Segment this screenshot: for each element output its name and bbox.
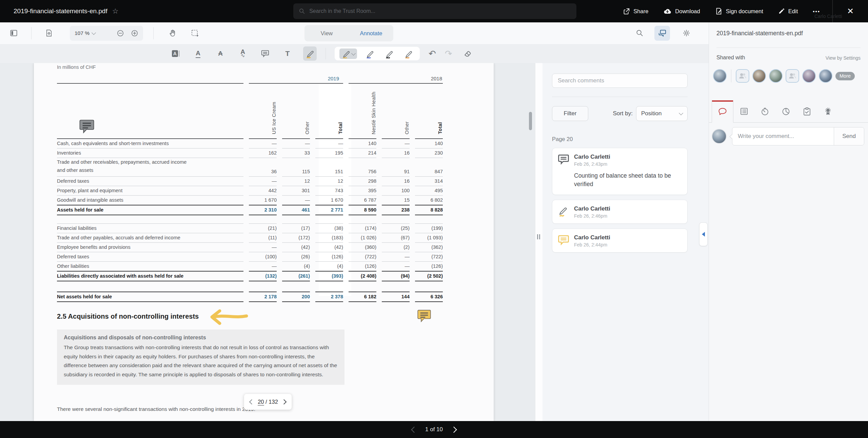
comment-search-box[interactable] xyxy=(552,74,688,88)
freehand-pen-tool[interactable] xyxy=(303,46,317,61)
redo-button: ↷ xyxy=(445,48,452,59)
total-pages: 132 xyxy=(269,399,278,405)
sort-by-label: Sort by: xyxy=(604,106,633,121)
sort-select[interactable]: Position xyxy=(636,106,688,121)
table-units-label: In millions of CHF xyxy=(57,64,96,70)
tab-statistics[interactable] xyxy=(775,100,796,122)
tab-history[interactable] xyxy=(754,100,775,122)
note-gray-icon xyxy=(558,154,569,167)
viewer-toolbar: 107 % View Annotate xyxy=(0,22,709,44)
trust-room-search-input[interactable] xyxy=(309,8,571,15)
table-row: Net assets held for sale2 1782002 3786 1… xyxy=(57,292,443,302)
zoom-out-button[interactable] xyxy=(117,29,124,37)
shared-user-avatar[interactable] xyxy=(713,69,727,83)
next-document-chevron-icon[interactable] xyxy=(451,426,457,433)
strikethrough-text-tool[interactable]: A xyxy=(214,46,227,61)
zoom-dropdown-chevron-icon[interactable] xyxy=(92,31,96,35)
trust-room-search[interactable] xyxy=(293,3,576,19)
filter-button[interactable]: Filter xyxy=(552,106,588,121)
pen-blue[interactable] xyxy=(363,48,376,59)
collapse-comments-tab[interactable] xyxy=(699,222,708,246)
comments-panel-toggle[interactable] xyxy=(654,26,670,41)
shared-with-label: Shared with xyxy=(716,55,745,61)
current-page-input[interactable]: 20 xyxy=(258,399,264,405)
note-comment-tool[interactable] xyxy=(258,46,272,61)
shared-group-icon[interactable] xyxy=(786,69,799,83)
comments-panel: Filter Sort by: Position Page 20 Carlo C… xyxy=(542,63,709,421)
close-viewer-button[interactable]: ✕ xyxy=(833,0,868,22)
panel-resize-strip xyxy=(535,63,543,421)
text-tool[interactable]: T xyxy=(281,46,294,61)
download-button[interactable]: Download xyxy=(663,7,700,15)
sort-chevron-icon xyxy=(679,111,683,115)
eraser-tool[interactable] xyxy=(461,46,475,61)
share-button[interactable]: Share xyxy=(623,8,648,15)
tab-permissions[interactable] xyxy=(817,100,839,122)
table-row: Goodwill and intangible assets1 670—1 67… xyxy=(57,196,443,205)
note-annotation-yellow-icon[interactable] xyxy=(417,308,431,323)
squiggly-underline-tool[interactable]: A∿ xyxy=(236,46,250,61)
table-row: Employee benefits and provisions—(42)(42… xyxy=(57,243,443,252)
document-search-button[interactable] xyxy=(632,22,647,44)
page-settings-button[interactable] xyxy=(42,22,56,44)
tab-tasks[interactable] xyxy=(796,100,817,122)
sort-value: Position xyxy=(641,110,662,117)
note-annotation-gray-icon[interactable] xyxy=(79,118,95,134)
shared-group-icon[interactable] xyxy=(736,69,749,83)
comment-author: Carlo Carletti xyxy=(574,205,610,212)
shared-user-avatar[interactable] xyxy=(802,69,816,83)
more-options-button[interactable]: ••• xyxy=(813,8,820,14)
undo-button[interactable]: ↶ xyxy=(429,48,436,59)
pen-black[interactable] xyxy=(382,48,396,59)
next-page-chevron-icon[interactable] xyxy=(281,399,287,404)
freehand-arrow-annotation[interactable] xyxy=(209,308,249,326)
zoom-level[interactable]: 107 % xyxy=(75,30,90,36)
settings-button[interactable] xyxy=(679,22,694,44)
comment-card[interactable]: Carlo CarlettiFeb 26, 2:46pm xyxy=(552,200,688,224)
tab-view[interactable]: View xyxy=(304,30,349,37)
document-scrollbar-thumb[interactable] xyxy=(529,112,532,130)
document-pagination-label: 1 of 10 xyxy=(425,426,443,433)
more-avatars-button[interactable]: More xyxy=(835,72,855,80)
year-header-row: 20192018 xyxy=(57,73,443,84)
panel-resize-handle[interactable] xyxy=(537,234,540,239)
highlight-text-tool[interactable]: A xyxy=(169,46,182,61)
table-row: Other liabilities—(4)(4)(126)—(126) xyxy=(57,262,443,272)
table-row: Property, plant and equipment44230174339… xyxy=(57,186,443,196)
pdf-page: In millions of CHF 20192018US Ice CreamO… xyxy=(34,63,494,421)
write-comment-input[interactable] xyxy=(732,127,834,145)
underline-text-tool[interactable]: A xyxy=(191,46,205,61)
section-heading: 2.5 Acquisitions of non-controlling inte… xyxy=(57,313,199,320)
table-row: Trade and other receivables, prepayments… xyxy=(57,158,443,177)
comment-author: Carlo Carletti xyxy=(574,154,610,160)
comment-card[interactable]: Carlo CarlettiFeb 26, 2:43pmCounting of … xyxy=(552,148,688,195)
favorite-star-icon[interactable]: ☆ xyxy=(112,7,119,15)
send-comment-button[interactable]: Send xyxy=(834,127,864,145)
view-by-settings-link[interactable]: View by Settings xyxy=(826,55,861,61)
previous-page-chevron-icon[interactable] xyxy=(249,399,255,404)
pen-options-chevron-icon[interactable] xyxy=(351,51,356,56)
comment-search-input[interactable] xyxy=(557,77,683,84)
collapse-arrow-icon xyxy=(702,232,705,237)
comment-card[interactable]: Carlo CarlettiFeb 26, 2:44pm xyxy=(552,228,688,253)
sign-document-button[interactable]: Sign document xyxy=(715,7,763,15)
pen-yellow-icon xyxy=(558,205,569,219)
edit-button[interactable]: Edit xyxy=(778,8,798,15)
tab-annotate[interactable]: Annotate xyxy=(349,30,393,37)
previous-document-chevron-icon[interactable] xyxy=(411,426,417,433)
marquee-select-tool[interactable] xyxy=(188,22,202,44)
share-icon xyxy=(623,8,630,15)
shared-user-avatar[interactable] xyxy=(769,69,783,83)
shared-user-avatar[interactable] xyxy=(819,69,832,83)
pen-orange[interactable] xyxy=(402,48,415,59)
document-viewport[interactable]: In millions of CHF 20192018US Ice CreamO… xyxy=(0,63,535,421)
tab-index-list[interactable] xyxy=(733,100,754,122)
tab-comments[interactable] xyxy=(712,100,733,123)
sidebar-document-title: 2019-financial-statements-en.pdf xyxy=(716,30,803,37)
pen-yellow[interactable] xyxy=(339,48,357,59)
top-bar: 2019-financial-statements-en.pdf ☆ Carlo… xyxy=(0,0,868,22)
thumbnails-panel-toggle[interactable] xyxy=(7,22,20,44)
shared-user-avatar[interactable] xyxy=(752,69,766,83)
hand-pan-tool[interactable] xyxy=(165,22,180,44)
zoom-in-button[interactable] xyxy=(131,29,138,37)
